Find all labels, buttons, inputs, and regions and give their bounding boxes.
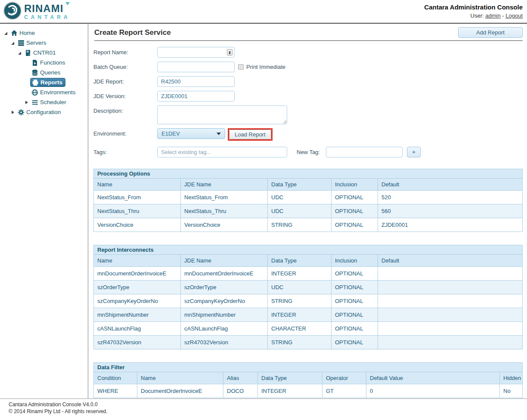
sidebar-item-reports[interactable]: Reports (0, 77, 88, 87)
cell: szCompanyKeyOrderNo (181, 294, 268, 308)
column-header: Condition (94, 372, 137, 384)
table-title-row: Data Filter (94, 363, 523, 372)
field-validation-icon: ▮ (227, 49, 232, 56)
table-row[interactable]: szCompanyKeyOrderNoszCompanyKeyOrderNoST… (94, 294, 523, 308)
gear-icon (17, 108, 25, 116)
cell: mnDocumentOrderInvoiceE (94, 267, 181, 281)
environment-selected-value: E1DEV (161, 130, 180, 137)
column-header: Data Type (268, 255, 332, 267)
report-interconnects-table: Report InterconnectsNameJDE NameData Typ… (93, 245, 523, 349)
database-icon (31, 69, 38, 76)
batch-queue-input[interactable] (157, 62, 235, 72)
sidebar-item-label: CNTR01 (33, 49, 56, 56)
batch-queue-label: Batch Queue: (93, 62, 157, 70)
annotation-highlight-box: Load Report (228, 128, 273, 141)
cell: ZJDE0001 (378, 218, 523, 232)
sidebar-item-label: Home (19, 30, 35, 36)
user-link[interactable]: admin (485, 12, 500, 19)
environment-select[interactable]: E1DEV (157, 128, 225, 139)
data-filter-table: Data FilterConditionNameAliasData TypeOp… (93, 362, 523, 398)
cell: mnDocumentOrderInvoiceE (181, 267, 268, 281)
column-header: JDE Name (181, 255, 268, 267)
column-header: Default (378, 179, 523, 191)
cell (378, 294, 523, 308)
cell: szCompanyKeyOrderNo (94, 294, 181, 308)
table-title-row: Processing Options (94, 169, 523, 179)
sidebar-item-queries[interactable]: Queries (0, 68, 88, 77)
sidebar-item-environments[interactable]: Environments (0, 87, 88, 97)
sidebar-item-label: Reports (40, 79, 62, 86)
environment-label: Environment: (93, 128, 157, 137)
table-title: Data Filter (94, 363, 523, 372)
cell: NextStatus_From (94, 191, 181, 204)
cell: No (500, 384, 523, 398)
add-report-button[interactable]: Add Report (458, 27, 523, 38)
report-name-label: Report Name: (93, 47, 157, 56)
print-immediate-checkbox[interactable] (238, 64, 244, 70)
table-row[interactable]: WHEREDocumentOrderInvoiceEDOCOINTEGERGT0… (94, 384, 523, 398)
cell: CHARACTER (268, 322, 332, 336)
sidebar-item-scheduler[interactable]: Scheduler (0, 97, 88, 107)
expand-arrow-icon[interactable] (10, 40, 16, 46)
cell: OPTIONAL (332, 308, 378, 322)
column-header: Data Type (258, 372, 322, 384)
title-divider (94, 40, 523, 41)
sidebar-item-servers[interactable]: Servers (0, 38, 88, 48)
new-tag-input[interactable] (326, 147, 403, 158)
table-row[interactable]: mnDocumentOrderInvoiceEmnDocumentOrderIn… (94, 267, 523, 281)
sidebar-item-home[interactable]: Home (0, 28, 88, 38)
table-row[interactable]: NextStatus_ThruNextStatus_ThruUDCOPTIONA… (94, 204, 523, 218)
expand-arrow-icon[interactable] (10, 110, 16, 115)
table-header-row: NameJDE NameData TypeInclusionDefault (94, 255, 523, 267)
arrow-spacer (24, 90, 29, 95)
page-title: Create Report Service (93, 28, 171, 37)
logo-mark-icon (3, 2, 22, 22)
sidebar-item-label: Functions (40, 59, 65, 66)
cell: UDC (268, 281, 332, 294)
expand-arrow-icon[interactable] (24, 100, 29, 105)
column-header: Operator (322, 372, 366, 384)
cell: OPTIONAL (332, 204, 378, 218)
chevron-down-icon (217, 133, 221, 135)
cell: mnShipmentNumber (94, 308, 181, 322)
cell: VersionChoice (181, 218, 268, 232)
table-row[interactable]: NextStatus_FromNextStatus_FromUDCOPTIONA… (94, 191, 523, 204)
table-row[interactable]: cASNLaunchFlagcASNLaunchFlagCHARACTEROPT… (94, 322, 523, 336)
cell: 560 (378, 204, 523, 218)
report-name-input[interactable] (157, 47, 235, 58)
load-report-button[interactable]: Load Report (229, 130, 271, 139)
cell: 0 (366, 384, 500, 398)
table-title: Processing Options (94, 169, 523, 179)
sidebar-item-functions[interactable]: Functions (0, 58, 88, 68)
table-row[interactable]: szR47032VersionszR47032VersionSTRINGOPTI… (94, 336, 523, 349)
description-label: Description: (93, 105, 157, 114)
jde-report-input[interactable] (157, 76, 235, 87)
cell: INTEGER (268, 267, 332, 281)
table-row[interactable]: mnShipmentNumbermnShipmentNumberINTEGERO… (94, 308, 523, 322)
home-icon (10, 29, 18, 37)
sidebar-item-label: Queries (40, 69, 60, 76)
table-header-row: ConditionNameAliasData TypeOperatorDefau… (94, 372, 523, 384)
table-row[interactable]: VersionChoiceVersionChoiceSTRINGOPTIONAL… (94, 218, 523, 232)
column-header: Inclusion (332, 179, 378, 191)
description-textarea[interactable] (157, 105, 287, 124)
sidebar-item-label: Configuration (26, 109, 61, 115)
expand-arrow-icon[interactable] (3, 31, 9, 36)
jde-version-input[interactable] (157, 91, 235, 102)
logout-link[interactable]: Logout (505, 12, 523, 19)
column-header: Name (94, 255, 181, 267)
column-header: Data Type (268, 179, 332, 191)
add-tag-button[interactable]: + (407, 147, 421, 158)
new-tag-label: New Tag: (297, 149, 320, 155)
arrow-spacer (24, 60, 29, 65)
footer-copyright: © 2014 Rinami Pty Ltd - All rights reser… (9, 408, 527, 415)
tags-input[interactable] (157, 147, 287, 158)
cell: mnShipmentNumber (181, 308, 268, 322)
cell: szR47032Version (94, 336, 181, 349)
cell: OPTIONAL (332, 191, 378, 204)
expand-arrow-icon[interactable] (17, 50, 22, 56)
table-row[interactable]: szOrderTypeszOrderTypeUDCOPTIONAL (94, 281, 523, 294)
sidebar-item-cntr01[interactable]: CNTR01 (0, 48, 88, 58)
logo-title: RINAMI (24, 3, 63, 14)
sidebar-item-configuration[interactable]: Configuration (0, 107, 88, 117)
